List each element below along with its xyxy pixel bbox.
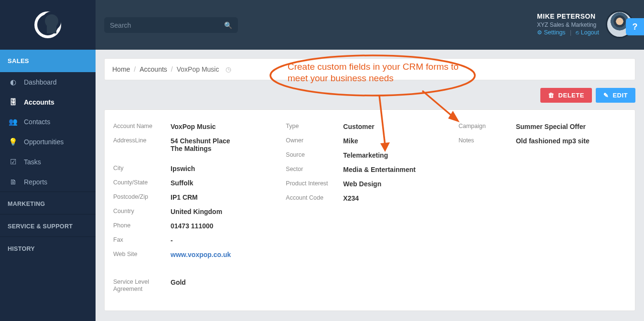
product-interest-value: Web Design — [343, 180, 453, 188]
sidebar: SALES ◐ Dashboard 🗄 Accounts 👥 Contacts … — [0, 0, 96, 321]
field-label: Web Site — [113, 251, 171, 257]
help-button[interactable]: ? — [626, 18, 644, 35]
field-label: Product Interest — [286, 180, 343, 187]
search-input[interactable] — [110, 21, 224, 29]
sidebar-section-sales[interactable]: SALES — [0, 50, 96, 72]
field-label: AddressLine — [113, 137, 171, 144]
logout-icon: ⎋ — [576, 29, 579, 36]
contacts-icon: 👥 — [9, 118, 17, 126]
edit-button-label: EDIT — [612, 92, 628, 99]
field-label: Country — [113, 208, 171, 214]
field-label: County/State — [113, 179, 171, 186]
sector-value: Media & Entertainment — [343, 166, 453, 173]
field-label: Owner — [286, 137, 343, 144]
field-label: Sector — [286, 166, 343, 172]
sidebar-item-label: Dashboard — [24, 78, 57, 86]
gear-icon: ⚙ — [537, 29, 542, 36]
sidebar-section-history[interactable]: HISTORY — [0, 236, 96, 259]
breadcrumb-home[interactable]: Home — [112, 65, 130, 73]
field-label: City — [113, 165, 171, 171]
breadcrumb-accounts[interactable]: Accounts — [140, 65, 167, 73]
accounts-icon: 🗄 — [9, 98, 17, 106]
sidebar-item-label: Opportunities — [24, 138, 64, 146]
search-box[interactable]: 🔍 — [104, 17, 238, 33]
breadcrumb-current: VoxPop Music — [177, 65, 219, 73]
source-value: Telemarketing — [343, 151, 453, 159]
search-icon: 🔍 — [224, 21, 232, 29]
sidebar-item-contacts[interactable]: 👥 Contacts — [0, 112, 96, 132]
sidebar-section-service-support[interactable]: SERVICE & SUPPORT — [0, 214, 96, 236]
user-org: XYZ Sales & Marketing — [537, 21, 599, 29]
tasks-icon: ☑ — [9, 158, 17, 166]
field-label: Account Name — [113, 123, 171, 129]
opportunities-icon: 💡 — [9, 138, 17, 146]
fax-value: - — [171, 236, 281, 244]
owner-value: Mike — [343, 137, 453, 145]
edit-button[interactable]: ✎ EDIT — [596, 88, 635, 103]
settings-link[interactable]: Settings — [544, 29, 565, 36]
sidebar-section-marketing[interactable]: MARKETING — [0, 192, 96, 214]
logout-link[interactable]: Logout — [581, 29, 599, 36]
field-label: Source — [286, 151, 343, 158]
postcode-value: IP1 CRM — [171, 193, 281, 201]
dashboard-icon: ◐ — [9, 78, 17, 86]
topbar: 🔍 MIKE PETERSON XYZ Sales & Marketing ⚙ … — [96, 0, 644, 50]
sidebar-item-tasks[interactable]: ☑ Tasks — [0, 152, 96, 172]
type-value: Customer — [343, 123, 453, 130]
app-logo — [0, 0, 96, 50]
details-col-2: TypeCustomer OwnerMike SourceTelemarketi… — [286, 119, 453, 296]
sidebar-item-label: Reports — [24, 178, 47, 186]
details-col-1: Account NameVoxPop Music AddressLine54 C… — [113, 119, 281, 296]
sidebar-item-label: Accounts — [24, 98, 54, 106]
account-code-value: X234 — [343, 194, 453, 202]
breadcrumb: Home / Accounts / VoxPop Music ◷ — [104, 58, 635, 80]
city-value: Ipswich — [171, 165, 281, 172]
content: Home / Accounts / VoxPop Music ◷ 🗑 DELET… — [96, 50, 644, 321]
user-name: MIKE PETERSON — [537, 12, 599, 21]
field-label: Campaign — [459, 123, 516, 129]
phone-value: 01473 111000 — [171, 222, 281, 230]
field-label: Phone — [113, 222, 171, 229]
sla-value: Gold — [171, 278, 281, 286]
field-label: Account Code — [286, 194, 343, 201]
reports-icon: 🗎 — [9, 178, 17, 186]
breadcrumb-separator: / — [134, 65, 136, 73]
address-value: 54 Cheshunt PlaceThe Maltings — [171, 137, 281, 152]
country-value: United Kingdom — [171, 208, 281, 215]
account-name-value: VoxPop Music — [171, 123, 281, 130]
action-bar: 🗑 DELETE ✎ EDIT — [104, 88, 635, 103]
field-label: Postcode/Zip — [113, 193, 171, 200]
sidebar-item-reports[interactable]: 🗎 Reports — [0, 172, 96, 192]
county-value: Suffolk — [171, 179, 281, 187]
trash-icon: 🗑 — [548, 92, 555, 99]
website-value[interactable]: www.voxpop.co.uk — [171, 251, 281, 258]
field-label: Notes — [459, 137, 516, 144]
sidebar-item-label: Tasks — [24, 158, 41, 166]
breadcrumb-separator: / — [171, 65, 173, 73]
user-area: MIKE PETERSON XYZ Sales & Marketing ⚙ Se… — [537, 11, 633, 38]
field-label: Fax — [113, 236, 171, 243]
sidebar-item-opportunities[interactable]: 💡 Opportunities — [0, 132, 96, 152]
details-col-3: CampaignSummer Special Offer NotesOld fa… — [459, 119, 626, 296]
sidebar-item-label: Contacts — [24, 118, 50, 126]
campaign-value: Summer Special Offer — [516, 123, 626, 130]
field-label: Type — [286, 123, 343, 129]
sidebar-item-accounts[interactable]: 🗄 Accounts — [0, 92, 96, 112]
sidebar-item-dashboard[interactable]: ◐ Dashboard — [0, 72, 96, 92]
delete-button-label: DELETE — [558, 92, 584, 99]
account-details-card: Account NameVoxPop Music AddressLine54 C… — [104, 109, 635, 311]
field-label: Service Level Agreement — [113, 278, 171, 293]
delete-button[interactable]: 🗑 DELETE — [540, 88, 592, 103]
clock-icon: ◷ — [225, 65, 231, 73]
notes-value: Old fashioned mp3 site — [516, 137, 626, 145]
pencil-icon: ✎ — [603, 92, 609, 99]
